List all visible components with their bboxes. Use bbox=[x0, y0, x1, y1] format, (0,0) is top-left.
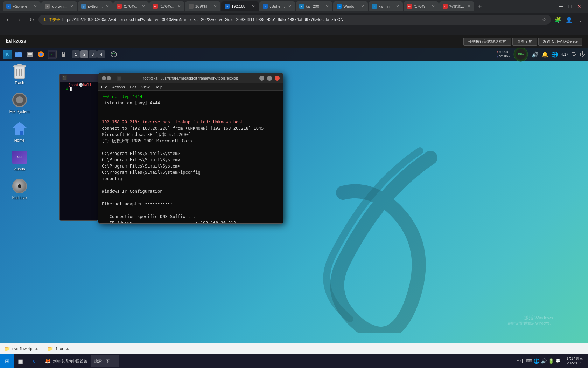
desktop-icon-filesystem[interactable]: File System bbox=[6, 92, 33, 114]
kali-clock[interactable]: 4:17 bbox=[561, 52, 568, 56]
browser-tab-4[interactable]: G (176条... ✕ bbox=[113, 1, 148, 11]
desktop-icon-kalilive[interactable]: Kali Live bbox=[6, 178, 33, 200]
kali-update-icon[interactable] bbox=[109, 50, 118, 59]
vm-fullscreen-button[interactable]: 查看全屏 bbox=[512, 38, 537, 46]
kali-files-icon[interactable] bbox=[14, 50, 23, 59]
task-view-button[interactable]: ▣ bbox=[14, 355, 27, 367]
tab7-label: 192.168... bbox=[231, 4, 248, 8]
forward-button[interactable]: › bbox=[15, 15, 24, 25]
cpu-usage-widget[interactable]: 25% bbox=[513, 46, 529, 62]
workspace-btn-2[interactable]: 2 bbox=[80, 50, 88, 58]
kali-taskbar-right: ↑ 9.6K/s ↓ 37.1K/s 25% 🔊 🔔 🌐 4:17 🛡 ⏻ bbox=[497, 46, 585, 62]
vulhub-icon-image: VH bbox=[12, 149, 28, 165]
reload-button[interactable]: ↻ bbox=[27, 15, 36, 25]
bookmark-icon[interactable]: ☆ bbox=[542, 17, 547, 22]
window-maximize-button[interactable]: □ bbox=[567, 3, 573, 9]
network-icon[interactable]: 🌐 bbox=[551, 51, 558, 58]
browser-tab-9[interactable]: k kali-200... ✕ bbox=[296, 1, 333, 11]
shield-icon[interactable]: 🛡 bbox=[571, 51, 577, 57]
tab12-close[interactable]: ✕ bbox=[432, 4, 435, 9]
tab10-close[interactable]: ✕ bbox=[361, 4, 364, 9]
workspace-btn-1[interactable]: 1 bbox=[72, 50, 80, 58]
taskbar-item-ie[interactable]: e bbox=[28, 355, 41, 367]
menu-file[interactable]: File bbox=[101, 85, 107, 89]
vm-ctrlaltdel-button[interactable]: 发送 Ctrl+Alt+Delete bbox=[538, 38, 582, 46]
taskbar-browser-icon: 🦊 bbox=[44, 357, 51, 364]
menu-view[interactable]: View bbox=[141, 85, 150, 89]
volume-icon[interactable]: 🔊 bbox=[532, 51, 539, 58]
tray-network-icon[interactable]: 🌐 bbox=[533, 358, 539, 364]
power-icon[interactable]: ⏻ bbox=[580, 51, 585, 57]
workspace-btn-4[interactable]: 4 bbox=[97, 50, 105, 58]
terminal-close-button[interactable] bbox=[275, 76, 280, 81]
terminal-main-content[interactable]: └─# nc -lvp 4444 listening on [any] 4444… bbox=[98, 91, 283, 223]
tab5-close[interactable]: ✕ bbox=[177, 4, 181, 9]
tab1-close[interactable]: ✕ bbox=[34, 4, 37, 9]
tray-notification-icon[interactable]: 💬 bbox=[555, 359, 561, 363]
kali-filebrowser-icon[interactable] bbox=[25, 50, 34, 59]
taskbar-item-browser[interactable]: 🦊 刘臻东成为中国首善 bbox=[41, 355, 90, 367]
task-view-icon: ▣ bbox=[18, 358, 23, 364]
browser-tab-6[interactable]: 1 16进制... ✕ bbox=[185, 1, 220, 11]
tab11-close[interactable]: ✕ bbox=[396, 4, 399, 9]
show-desktop-button[interactable] bbox=[586, 354, 588, 368]
window-minimize-button[interactable]: ─ bbox=[558, 3, 564, 9]
download-rar-chevron[interactable]: ▲ bbox=[65, 346, 70, 351]
tab3-close[interactable]: ✕ bbox=[106, 4, 109, 9]
download-rar-name: 1.rar bbox=[55, 347, 63, 351]
kali-terminal-icon[interactable]: >_ bbox=[48, 50, 57, 59]
address-bar[interactable]: ⚠ 不安全 https://192.168.20.200/ui/webconso… bbox=[38, 15, 551, 25]
notification-icon[interactable]: 🔔 bbox=[541, 51, 548, 58]
tab13-close[interactable]: ✕ bbox=[467, 4, 471, 9]
tab4-close[interactable]: ✕ bbox=[142, 4, 145, 9]
taskbar-item-search[interactable]: 搜索一下 bbox=[91, 355, 119, 367]
back-button[interactable]: ‹ bbox=[3, 15, 13, 25]
system-clock[interactable]: 17:17 周三 2022/11/9 bbox=[564, 356, 586, 366]
tab8-close[interactable]: ✕ bbox=[288, 4, 292, 9]
browser-tab-2[interactable]: l lgb-win... ✕ bbox=[41, 1, 77, 11]
terminal-left-window[interactable]: ⬛ ┌──(root💀kali └─# ▋ bbox=[59, 74, 98, 221]
download-bar: 📁 overflow.zip ▲ 📁 1.rar ▲ bbox=[0, 343, 588, 354]
tray-expand-button[interactable]: ^ bbox=[517, 359, 519, 363]
terminal-maximize-button[interactable] bbox=[267, 76, 272, 81]
term-spacer4 bbox=[102, 182, 280, 188]
kali-lock-icon[interactable] bbox=[59, 50, 68, 59]
new-tab-button[interactable]: + bbox=[475, 1, 485, 11]
browser-tab-11[interactable]: k kali-lin... ✕ bbox=[369, 1, 403, 11]
filesystem-icon-image bbox=[12, 92, 28, 108]
browser-tab-7-active[interactable]: v 192.168... ✕ bbox=[221, 1, 259, 11]
download-zip-chevron[interactable]: ▲ bbox=[34, 346, 38, 351]
workspace-btn-3[interactable]: 3 bbox=[89, 50, 97, 58]
kali-logo-icon[interactable]: K bbox=[3, 50, 12, 59]
profile-button[interactable]: 👤 bbox=[564, 15, 574, 25]
browser-tab-3[interactable]: p python... ✕ bbox=[78, 1, 113, 11]
browser-menu-button[interactable]: ⋮ bbox=[575, 15, 585, 25]
browser-tab-10[interactable]: W Windo... ✕ bbox=[333, 1, 368, 11]
terminal-minimize-button[interactable] bbox=[259, 76, 264, 81]
browser-tab-8[interactable]: v vSpher... ✕ bbox=[259, 1, 295, 11]
desktop-icon-trash[interactable]: Trash bbox=[6, 63, 33, 85]
kali-firefox-icon[interactable] bbox=[36, 50, 46, 59]
browser-tab-13[interactable]: C 写文章... ✕ bbox=[439, 1, 474, 11]
menu-edit[interactable]: Edit bbox=[130, 85, 136, 89]
desktop-icons-container: Trash File System Home bbox=[6, 63, 33, 200]
desktop-icon-vulhub[interactable]: VH vulhub bbox=[6, 149, 33, 171]
tab7-close[interactable]: ✕ bbox=[252, 4, 255, 9]
windows-start-button[interactable]: ⊞ bbox=[0, 354, 14, 368]
terminal-left-prompt: ┌──(root💀kali bbox=[62, 83, 91, 87]
tab5-label: (176条... bbox=[160, 4, 174, 9]
browser-tab-12[interactable]: G (176条... ✕ bbox=[404, 1, 439, 11]
menu-help[interactable]: Help bbox=[154, 85, 162, 89]
browser-tab-1[interactable]: v vSphere... ✕ bbox=[3, 1, 41, 11]
tab6-close[interactable]: ✕ bbox=[214, 4, 217, 9]
tray-volume-icon[interactable]: 🔊 bbox=[541, 358, 547, 364]
vm-keyboard-button[interactable]: 强制执行美式键盘布局 bbox=[463, 38, 511, 46]
tab2-close[interactable]: ✕ bbox=[70, 4, 74, 9]
extensions-button[interactable]: 🧩 bbox=[553, 15, 563, 25]
desktop-icon-home[interactable]: Home bbox=[6, 121, 33, 142]
browser-tab-5[interactable]: G (176条... ✕ bbox=[149, 1, 184, 11]
window-close-button[interactable]: ✕ bbox=[576, 3, 582, 9]
terminal-main-window[interactable]: ⬛ root@kali: /usr/share/metasploit-frame… bbox=[98, 73, 284, 224]
tab9-close[interactable]: ✕ bbox=[326, 4, 329, 9]
menu-actions[interactable]: Actions bbox=[112, 85, 125, 89]
